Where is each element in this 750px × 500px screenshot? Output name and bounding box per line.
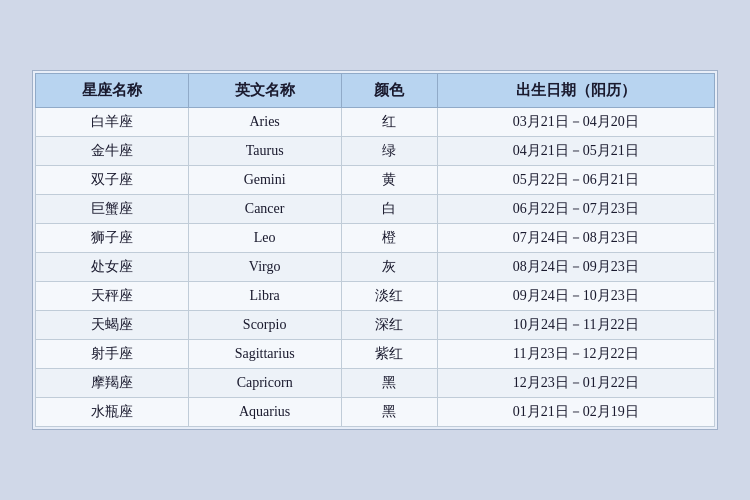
table-row: 狮子座Leo橙07月24日－08月23日 [36, 224, 715, 253]
cell-chinese-name: 射手座 [36, 340, 189, 369]
cell-english-name: Aries [188, 108, 341, 137]
cell-chinese-name: 金牛座 [36, 137, 189, 166]
cell-dates: 04月21日－05月21日 [437, 137, 714, 166]
cell-english-name: Capricorn [188, 369, 341, 398]
table-row: 水瓶座Aquarius黑01月21日－02月19日 [36, 398, 715, 427]
cell-color: 黄 [341, 166, 437, 195]
cell-dates: 03月21日－04月20日 [437, 108, 714, 137]
cell-dates: 08月24日－09月23日 [437, 253, 714, 282]
table-row: 双子座Gemini黄05月22日－06月21日 [36, 166, 715, 195]
cell-color: 黑 [341, 369, 437, 398]
zodiac-table: 星座名称 英文名称 颜色 出生日期（阳历） 白羊座Aries红03月21日－04… [35, 73, 715, 427]
zodiac-table-container: 星座名称 英文名称 颜色 出生日期（阳历） 白羊座Aries红03月21日－04… [32, 70, 718, 430]
table-row: 金牛座Taurus绿04月21日－05月21日 [36, 137, 715, 166]
cell-english-name: Gemini [188, 166, 341, 195]
cell-color: 灰 [341, 253, 437, 282]
cell-color: 紫红 [341, 340, 437, 369]
cell-english-name: Sagittarius [188, 340, 341, 369]
cell-english-name: Leo [188, 224, 341, 253]
cell-chinese-name: 天蝎座 [36, 311, 189, 340]
cell-color: 白 [341, 195, 437, 224]
cell-english-name: Cancer [188, 195, 341, 224]
cell-color: 红 [341, 108, 437, 137]
cell-color: 绿 [341, 137, 437, 166]
header-chinese-name: 星座名称 [36, 74, 189, 108]
table-header-row: 星座名称 英文名称 颜色 出生日期（阳历） [36, 74, 715, 108]
cell-dates: 07月24日－08月23日 [437, 224, 714, 253]
header-color: 颜色 [341, 74, 437, 108]
cell-dates: 12月23日－01月22日 [437, 369, 714, 398]
cell-chinese-name: 白羊座 [36, 108, 189, 137]
cell-english-name: Libra [188, 282, 341, 311]
cell-english-name: Virgo [188, 253, 341, 282]
header-english-name: 英文名称 [188, 74, 341, 108]
cell-chinese-name: 摩羯座 [36, 369, 189, 398]
table-row: 处女座Virgo灰08月24日－09月23日 [36, 253, 715, 282]
cell-chinese-name: 狮子座 [36, 224, 189, 253]
table-row: 射手座Sagittarius紫红11月23日－12月22日 [36, 340, 715, 369]
cell-dates: 05月22日－06月21日 [437, 166, 714, 195]
cell-dates: 11月23日－12月22日 [437, 340, 714, 369]
cell-dates: 09月24日－10月23日 [437, 282, 714, 311]
cell-chinese-name: 巨蟹座 [36, 195, 189, 224]
cell-english-name: Aquarius [188, 398, 341, 427]
table-row: 白羊座Aries红03月21日－04月20日 [36, 108, 715, 137]
table-row: 摩羯座Capricorn黑12月23日－01月22日 [36, 369, 715, 398]
header-dates: 出生日期（阳历） [437, 74, 714, 108]
cell-english-name: Taurus [188, 137, 341, 166]
cell-english-name: Scorpio [188, 311, 341, 340]
cell-color: 淡红 [341, 282, 437, 311]
cell-dates: 10月24日－11月22日 [437, 311, 714, 340]
table-body: 白羊座Aries红03月21日－04月20日金牛座Taurus绿04月21日－0… [36, 108, 715, 427]
cell-dates: 06月22日－07月23日 [437, 195, 714, 224]
cell-color: 黑 [341, 398, 437, 427]
table-row: 天蝎座Scorpio深红10月24日－11月22日 [36, 311, 715, 340]
cell-color: 深红 [341, 311, 437, 340]
cell-chinese-name: 处女座 [36, 253, 189, 282]
cell-dates: 01月21日－02月19日 [437, 398, 714, 427]
cell-chinese-name: 天秤座 [36, 282, 189, 311]
table-row: 天秤座Libra淡红09月24日－10月23日 [36, 282, 715, 311]
table-row: 巨蟹座Cancer白06月22日－07月23日 [36, 195, 715, 224]
cell-chinese-name: 双子座 [36, 166, 189, 195]
cell-color: 橙 [341, 224, 437, 253]
cell-chinese-name: 水瓶座 [36, 398, 189, 427]
